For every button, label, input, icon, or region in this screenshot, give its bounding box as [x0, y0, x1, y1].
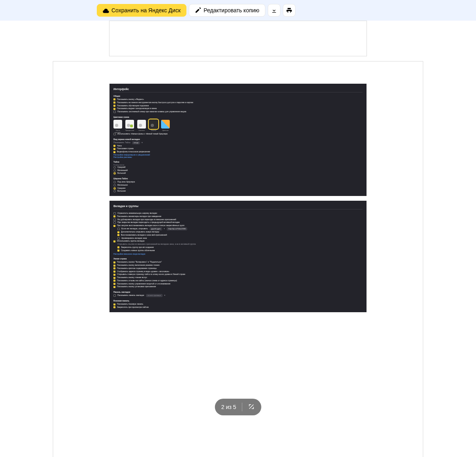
checkbox-icon	[113, 221, 116, 224]
settings-panel-tabs: Вкладки и группы Ограничить минимальную …	[109, 201, 367, 312]
option-row[interactable]: ✓Создавать новые группы облачными	[113, 249, 363, 252]
radio-icon	[113, 184, 116, 186]
panel-title: Вкладки и группы	[113, 205, 363, 209]
section-bookbar: Панель закладок	[113, 291, 363, 293]
save-icon	[103, 7, 109, 13]
checkbox-icon: ✓	[113, 261, 115, 263]
tabs-appearance-link[interactable]: Настройки внешнего вида вкладок	[113, 253, 363, 255]
info-row: Открывать ссылки из внешних приложений в…	[113, 243, 363, 246]
print-button[interactable]	[283, 4, 296, 17]
radio-row[interactable]: Под окно браузера	[113, 180, 363, 184]
section-general: Общие	[113, 95, 363, 97]
settings-link[interactable]: Настройка рекламы	[113, 156, 363, 158]
option-row[interactable]: ✓Показывать виджет синхронизации в меню	[113, 107, 363, 110]
option-row[interactable]: ✓Видеофоны в высоком разрешении	[113, 150, 363, 154]
option-row[interactable]: ✓Закреплять при просмотре сайтов	[113, 306, 363, 309]
checkbox-icon	[117, 237, 120, 240]
theme-thumb[interactable]: Светлая	[137, 120, 146, 129]
option-row[interactable]: Показывать системный плеер при нажатии к…	[113, 110, 363, 113]
option-row[interactable]: ✓Отображать адреса страниц в виде «домен…	[113, 270, 363, 273]
restore-url-field[interactable]: https://ya.ru/?clid=21584	[167, 227, 187, 230]
save-label: Сохранить на Яндекс Диск	[111, 7, 180, 13]
checkbox-icon: ✓	[113, 286, 115, 288]
radio-row[interactable]: Маленький	[113, 169, 363, 172]
checkbox-icon: ✓	[113, 274, 115, 276]
radio-row[interactable]: Большая	[113, 190, 363, 193]
checkbox-icon: ✓	[117, 246, 119, 248]
option-row[interactable]: Архивировать вкладки окна	[113, 237, 363, 240]
option-row[interactable]: Ограничить минимальную ширину вкладки	[113, 212, 363, 215]
radio-icon	[113, 187, 116, 190]
checkbox-icon: ✓	[113, 265, 115, 267]
checkbox-icon: ✓	[117, 250, 119, 252]
page-indicator: 2 из 5	[221, 404, 236, 410]
theme-thumb[interactable]: Цветная	[161, 120, 170, 129]
edit-label: Редактировать копию	[203, 7, 259, 13]
radio-row[interactable]: Большой	[113, 172, 363, 175]
panel-title: Интерфейс	[113, 88, 363, 92]
option-row[interactable]: ✓Показывать миниатюры вкладок при наведе…	[113, 215, 363, 218]
newtab-show-select[interactable]: всегда	[132, 141, 140, 144]
option-row[interactable]: ✓Показывать боковую панель	[113, 303, 363, 306]
radio-icon	[113, 172, 116, 175]
section-tablo: Табло	[113, 161, 363, 163]
checkbox-icon	[113, 294, 116, 297]
radio-icon	[113, 181, 116, 183]
option-row[interactable]: ✓Показывать кнопку чтения вслух	[113, 276, 363, 279]
option-row[interactable]: ✓Показывать кнопку включения режима чтен…	[113, 264, 363, 267]
option-row[interactable]: ✓Показывать кнопку установки приложения	[113, 285, 363, 288]
checkbox-icon: ✓	[113, 151, 115, 153]
option-row[interactable]: ✓Открывать главную страницу сайта по кли…	[113, 273, 363, 276]
option-row[interactable]: ✓Показывать кнопки "Копировать" и "Подел…	[113, 261, 363, 264]
fullscreen-button[interactable]	[248, 403, 255, 411]
option-row[interactable]: ✓Восстанавливать вкладки и окна веб-прил…	[113, 234, 363, 237]
theme-thumb[interactable]: Тёмная	[149, 120, 158, 129]
radio-icon	[113, 166, 116, 169]
option-row[interactable]: ✓Закреплять группу при её создании	[113, 246, 363, 249]
doc-page-prev	[109, 21, 367, 56]
bookbar-opt[interactable]: Показывать панель закладок на всех стран…	[113, 294, 363, 297]
open-mode-select[interactable]: другой адрес	[150, 227, 162, 230]
save-yadisk-button[interactable]: Сохранить на Яндекс Диск	[97, 4, 186, 17]
edit-copy-button[interactable]: Редактировать копию	[189, 4, 265, 17]
checkbox-icon: ✓	[113, 145, 115, 147]
option-row[interactable]: Не дублировать вкладки при переходе из в…	[113, 218, 363, 221]
option-row[interactable]: ✓Показывать отзывы на сайты (значок слев…	[113, 279, 363, 282]
theme-thumb[interactable]: Прозрачная	[125, 120, 134, 129]
tablo-width-head: Ширина Табло	[113, 177, 363, 180]
tabs-restore-sub1[interactable]: Если нет вкладок, открывать другой адрес…	[113, 227, 363, 230]
tab-groups-opt[interactable]: ✓ Использовать группы вкладок	[113, 240, 363, 243]
option-row[interactable]: ✓При запуске восстанавливать вкладки око…	[113, 224, 363, 227]
option-row[interactable]: ✓Показывать кнопку «Яндекс»	[113, 98, 363, 101]
separator	[242, 403, 242, 411]
radio-row[interactable]: Маленькая	[113, 184, 363, 187]
page-footer: 2 из 5	[215, 399, 261, 415]
checkbox-icon: ✓	[117, 231, 119, 233]
settings-panel-interface: Интерфейс Общие ✓Показывать кнопку «Янде…	[109, 84, 367, 196]
pencil-icon	[195, 7, 201, 13]
option-row[interactable]: ✓Часы	[113, 144, 363, 148]
section-color: Цветовая схема	[113, 116, 363, 118]
option-row[interactable]: ✓Показывать кнопку управления защитой от…	[113, 282, 363, 286]
radio-row[interactable]: Средняя	[113, 187, 363, 190]
option-row[interactable]: ✓Дополнительно открывать новую вкладку	[113, 230, 363, 234]
bookbar-mode-select[interactable]: на всех страницах	[146, 294, 163, 297]
checkbox-icon	[117, 228, 120, 230]
checkbox-icon: ✓	[113, 225, 115, 227]
radio-row[interactable]: Средний	[113, 166, 363, 169]
checkbox-icon: ✓	[113, 98, 115, 100]
option-row[interactable]: ✓Показывать обучающие подсказки	[113, 104, 363, 108]
color-extra-opt[interactable]: Использовать тёмные фоны с тёмной темой …	[113, 132, 363, 136]
doc-page-current: Интерфейс Общие ✓Показывать кнопку «Янде…	[53, 61, 423, 457]
print-icon	[286, 7, 292, 13]
option-row[interactable]: ✓Поисковая строка	[113, 147, 363, 150]
newtab-show-row[interactable]: Показывать Табло всегда ▾	[113, 141, 363, 144]
option-row[interactable]: При закрытии вкладки переходить к предыд…	[113, 221, 363, 224]
option-row[interactable]: ✓Показывать на панели инструментов кнопк…	[113, 101, 363, 104]
checkbox-icon: ✓	[113, 148, 115, 150]
download-button[interactable]	[268, 4, 280, 17]
option-row[interactable]: ✓Показывать краткое содержание страницы	[113, 267, 363, 270]
theme-thumb[interactable]: Как в системе	[113, 120, 122, 129]
checkbox-icon: ✓	[113, 105, 115, 107]
section-smart: Умная строка	[113, 257, 363, 260]
